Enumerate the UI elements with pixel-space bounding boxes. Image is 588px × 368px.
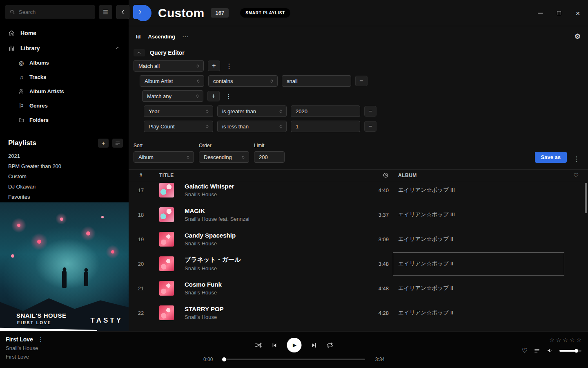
sidebar-item-genres[interactable]: ⚐ Genres <box>0 99 129 113</box>
sidebar-item-album-artists[interactable]: Album Artists <box>0 84 129 99</box>
remove-rule-button[interactable]: − <box>355 76 368 86</box>
sidebar-item-library[interactable]: Library <box>0 40 129 56</box>
rule-value-input[interactable] <box>291 105 360 117</box>
playlist-item[interactable]: Favorites <box>0 192 129 202</box>
search-box[interactable] <box>5 5 95 19</box>
match-type-select[interactable]: Match all <box>134 60 204 72</box>
collapse-chevron-icon[interactable] <box>115 45 120 51</box>
limit-input[interactable] <box>254 151 285 163</box>
playlist-item[interactable]: Custom <box>0 171 129 182</box>
now-playing-title[interactable]: First Love <box>6 336 33 343</box>
star-icon[interactable]: ☆ <box>563 337 568 343</box>
track-album[interactable]: エイリアン☆ポップ II <box>393 276 564 301</box>
volume-slider[interactable] <box>559 350 581 352</box>
table-row[interactable]: 18 MAGIK Snail’s House feat. Sennzai 3:3… <box>129 202 588 227</box>
save-as-button[interactable]: Save as <box>535 152 567 163</box>
now-playing-artist[interactable]: Snail’s House <box>6 345 44 351</box>
track-artist[interactable]: Snail’s House feat. Sennzai <box>185 216 362 222</box>
now-playing-album[interactable]: First Love <box>6 354 44 360</box>
remove-rule-button[interactable]: − <box>364 121 376 132</box>
sidebar-item-folders[interactable]: Folders <box>0 113 129 127</box>
star-icon[interactable]: ☆ <box>549 337 555 343</box>
track-title[interactable]: STARRY POP <box>185 305 362 312</box>
search-input[interactable] <box>19 9 91 15</box>
column-header-index[interactable]: # <box>129 173 153 178</box>
rule-field-select[interactable]: Album Artist <box>140 75 204 87</box>
play-pause-button[interactable]: ▶ <box>287 338 302 352</box>
add-rule-button[interactable]: + <box>208 61 220 71</box>
rule-operator-select[interactable]: is greater than <box>217 105 287 117</box>
rule-menu-button[interactable]: ⋮ <box>224 62 234 70</box>
favorite-button[interactable]: ♡ <box>522 348 528 354</box>
previous-button[interactable] <box>271 342 278 349</box>
nav-back-button[interactable] <box>116 5 129 19</box>
volume-button[interactable] <box>546 347 553 354</box>
rule-value-input[interactable] <box>291 121 360 132</box>
track-album-focused-cell[interactable]: エイリアン☆ポップ II <box>393 252 564 276</box>
track-artist[interactable]: Snail’s House <box>185 191 362 197</box>
sidebar-item-albums[interactable]: ◎ Albums <box>0 56 129 70</box>
track-title[interactable]: MAGIK <box>185 207 362 214</box>
playlist-item[interactable]: 2021 <box>0 151 129 161</box>
remove-rule-button[interactable]: − <box>364 106 376 117</box>
track-artist[interactable]: Snail’s House <box>185 240 362 247</box>
order-select[interactable]: Descending <box>199 151 249 163</box>
rule-field-select[interactable]: Play Count <box>144 121 213 132</box>
add-playlist-button[interactable]: + <box>98 139 109 148</box>
star-icon[interactable]: ☆ <box>570 337 575 343</box>
track-title[interactable]: Candy Spaceship <box>185 232 362 239</box>
star-icon[interactable]: ☆ <box>556 337 561 343</box>
track-artist[interactable]: Snail’s House <box>185 314 362 320</box>
table-row[interactable]: 19 Candy Spaceship Snail’s House 3:09 エイ… <box>129 227 588 251</box>
track-title[interactable]: プラネット・ガール <box>185 256 362 264</box>
sidebar-item-home[interactable]: Home <box>0 25 129 40</box>
sort-field-control[interactable]: Id <box>136 34 141 40</box>
maximize-button[interactable] <box>556 10 562 16</box>
add-group-rule-button[interactable]: + <box>207 91 220 101</box>
rule-operator-select[interactable]: contains <box>208 75 278 87</box>
track-album[interactable]: エイリアン☆ポップ III <box>393 202 564 227</box>
shuffle-button[interactable] <box>255 341 262 349</box>
volume-handle[interactable] <box>575 349 578 352</box>
close-button[interactable]: × <box>575 10 581 16</box>
track-artist[interactable]: Snail’s House <box>185 265 362 272</box>
column-header-title[interactable]: TITLE <box>153 173 362 178</box>
group-menu-button[interactable]: ⋮ <box>224 92 234 100</box>
track-album[interactable]: エイリアン☆ポップ III <box>393 181 564 202</box>
save-menu-button[interactable]: ⋮ <box>572 155 581 163</box>
star-icon[interactable]: ☆ <box>576 337 581 343</box>
now-playing-menu-button[interactable]: ⋮ <box>38 336 44 343</box>
table-row[interactable]: 17 Galactic Whisper Snail’s House 4:40 エ… <box>129 181 588 202</box>
track-title[interactable]: Galactic Whisper <box>185 183 362 190</box>
nav-forward-button[interactable] <box>133 5 147 19</box>
now-playing-artwork[interactable]: SNAIL'S HOUSE FIRST LOVE TASTY <box>0 202 129 331</box>
more-options-button[interactable]: ··· <box>183 34 189 40</box>
queue-button[interactable] <box>534 348 540 354</box>
rule-field-select[interactable]: Year <box>144 105 213 117</box>
sort-select[interactable]: Album <box>134 151 194 163</box>
track-album[interactable]: エイリアン☆ポップ II <box>393 227 564 251</box>
settings-gear-icon[interactable]: ⚙ <box>575 32 581 41</box>
group-match-type-select[interactable]: Match any <box>142 90 203 102</box>
minimize-button[interactable] <box>537 10 543 16</box>
menu-button[interactable]: ☰ <box>99 5 112 19</box>
table-row[interactable]: 22 STARRY POP Snail’s House 4:28 エイリアン☆ポ… <box>129 301 588 325</box>
seek-bar[interactable] <box>223 359 365 360</box>
sort-direction-control[interactable]: Ascending <box>148 34 175 40</box>
rule-operator-select[interactable]: is less than <box>217 121 287 132</box>
track-artist[interactable]: Snail’s House <box>185 289 362 296</box>
seek-handle[interactable] <box>222 357 226 361</box>
next-button[interactable] <box>311 342 318 349</box>
track-album[interactable]: エイリアン☆ポップ II <box>393 301 564 325</box>
scrollbar-thumb[interactable] <box>585 183 587 213</box>
playlist-item[interactable]: DJ Okawari <box>0 182 129 192</box>
collapse-query-editor-button[interactable] <box>134 49 145 56</box>
track-title[interactable]: Cosmo Funk <box>185 281 362 288</box>
rule-value-input[interactable] <box>282 75 351 87</box>
sidebar-item-tracks[interactable]: ♫ Tracks <box>0 70 129 84</box>
playlist-list-button[interactable] <box>112 139 123 148</box>
playlist-item[interactable]: BPM Greater than 200 <box>0 161 129 171</box>
column-header-duration[interactable] <box>362 172 393 178</box>
repeat-button[interactable] <box>327 342 334 349</box>
column-header-favorite[interactable]: ♡ <box>564 172 588 179</box>
